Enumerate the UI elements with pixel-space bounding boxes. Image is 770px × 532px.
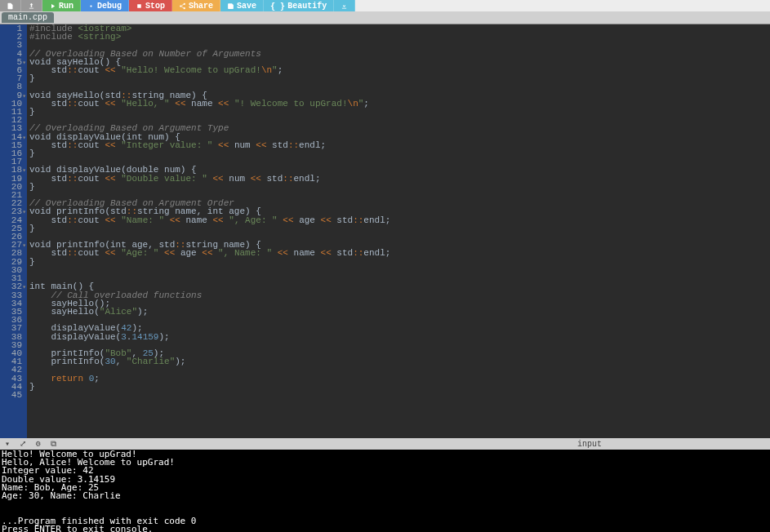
code-line[interactable]: displayValue(3.14159); (29, 333, 770, 341)
new-file-button[interactable] (0, 0, 21, 11)
file-icon (7, 2, 14, 10)
fold-marker-icon[interactable]: ▾ (22, 59, 26, 67)
bug-icon (87, 2, 95, 10)
gutter-line: 42 (0, 366, 22, 374)
stop-label: Stop (145, 2, 165, 11)
input-label: input (577, 440, 765, 449)
code-line[interactable]: } (29, 383, 770, 391)
fold-marker-icon[interactable]: ▾ (22, 92, 26, 100)
stop-button[interactable]: Stop (129, 0, 172, 11)
svg-rect-1 (137, 4, 141, 8)
download-button[interactable] (334, 0, 355, 11)
code-line[interactable]: std::cout << "Hello! Welcome to upGrad!\… (29, 66, 770, 74)
stop-icon (136, 2, 143, 10)
upload-icon (28, 2, 35, 10)
chevron-down-icon[interactable]: ▾ (5, 439, 10, 449)
code-line[interactable]: std::cout << "Double value: " << num << … (29, 175, 770, 183)
code-line[interactable]: std::cout << "Name: " << name << ", Age:… (29, 216, 770, 224)
code-line[interactable]: // Overloading Based on Number of Argume… (29, 50, 770, 58)
gutter-line: 32▾ (0, 282, 22, 290)
code-line[interactable]: #include <string> (29, 33, 770, 41)
code-line[interactable] (29, 366, 770, 374)
code-line[interactable] (29, 391, 770, 399)
code-editor[interactable]: 12345▾6789▾1011121314▾15161718▾192021222… (0, 24, 770, 438)
svg-point-4 (184, 7, 185, 9)
code-line[interactable] (29, 266, 770, 274)
beautify-label: Beautify (287, 2, 327, 11)
code-line[interactable]: sayHello("Alice"); (29, 308, 770, 316)
code-line[interactable]: // Call overloaded functions (29, 291, 770, 299)
beautify-button[interactable]: { } Beautify (264, 0, 334, 11)
upload-button[interactable] (21, 0, 42, 11)
code-line[interactable]: } (29, 74, 770, 82)
run-button[interactable]: Run (42, 0, 81, 11)
code-line[interactable]: } (29, 149, 770, 157)
copy-icon[interactable]: ⧉ (51, 440, 56, 449)
debug-button[interactable]: Debug (81, 0, 129, 11)
code-line[interactable]: } (29, 224, 770, 233)
code-line[interactable]: } (29, 183, 770, 191)
save-button[interactable]: Save (220, 0, 264, 11)
save-icon (227, 2, 234, 10)
panel-separator: ▾ ⤢ ⚙ ⧉ input (0, 438, 770, 450)
braces-icon: { } (270, 2, 285, 11)
expand-icon[interactable]: ⤢ (20, 439, 26, 449)
tab-bar: main.cpp (0, 11, 770, 24)
fold-marker-icon[interactable]: ▾ (22, 242, 26, 250)
play-icon (49, 2, 56, 10)
code-line[interactable]: } (29, 108, 770, 116)
svg-point-3 (180, 5, 181, 7)
code-line[interactable]: #include <iostream> (29, 24, 770, 33)
share-button[interactable]: Share (172, 0, 220, 11)
debug-label: Debug (97, 2, 122, 11)
gutter-line: 45 (0, 391, 22, 399)
svg-point-0 (90, 5, 91, 7)
code-line[interactable]: printInfo(30, "Charlie"); (29, 357, 770, 366)
console-output[interactable]: Hello! Welcome to upGrad! Hello, Alice! … (0, 450, 770, 532)
gear-icon[interactable]: ⚙ (36, 439, 41, 449)
share-label: Share (189, 2, 213, 11)
tab-label: main.cpp (8, 13, 47, 22)
code-line[interactable]: std::cout << "Integer value: " << num <<… (29, 141, 770, 149)
fold-marker-icon[interactable]: ▾ (22, 134, 26, 142)
run-label: Run (59, 2, 73, 11)
share-icon (179, 2, 186, 10)
tab-main[interactable]: main.cpp (2, 12, 54, 23)
fold-marker-icon[interactable]: ▾ (22, 208, 26, 216)
code-line[interactable]: return 0; (29, 375, 770, 383)
fold-marker-icon[interactable]: ▾ (22, 283, 26, 291)
save-label: Save (237, 2, 256, 11)
fold-marker-icon[interactable]: ▾ (22, 166, 26, 175)
code-area[interactable]: #include <iostream>#include <string> // … (27, 24, 770, 438)
line-gutter: 12345▾6789▾1011121314▾15161718▾192021222… (0, 24, 27, 438)
code-line[interactable]: std::cout << "Hello, " << name << "! Wel… (29, 100, 770, 108)
svg-point-2 (184, 2, 185, 4)
code-line[interactable] (29, 274, 770, 282)
code-line[interactable]: std::cout << "Age: " << age << ", Name: … (29, 249, 770, 257)
download-icon (340, 2, 348, 10)
gutter-line: 37 (0, 324, 22, 332)
code-line[interactable]: } (29, 258, 770, 266)
toolbar: Run Debug Stop Share Save { } Beautify (0, 0, 770, 11)
